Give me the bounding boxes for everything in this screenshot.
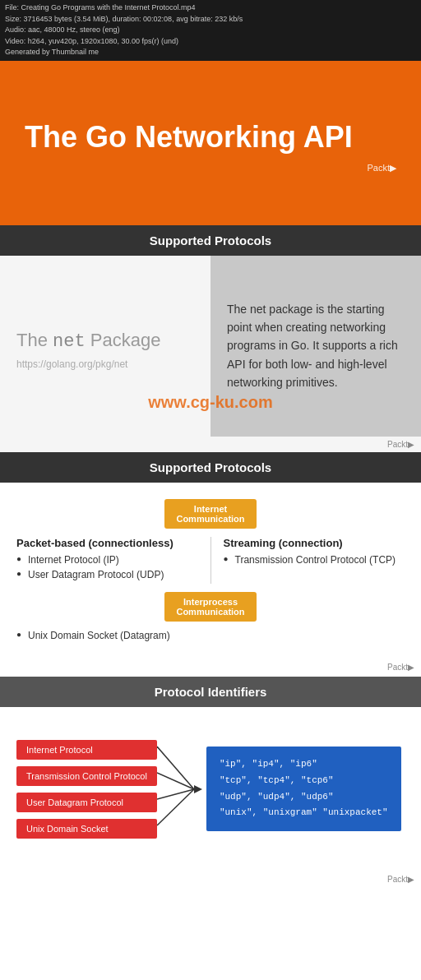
identifiers-logo: Packt▶ <box>0 871 421 890</box>
net-package-title: The net Package <box>16 330 194 352</box>
interprocess-box-container: InterprocessCommunication <box>16 592 405 622</box>
netpackage-logo: Packt▶ <box>0 437 421 452</box>
svg-line-1 <box>157 773 194 789</box>
code-line-1: "ip", "ip4", "ip6" <box>220 756 388 773</box>
proto-label-udp: User Datagram Protocol <box>16 793 157 812</box>
net-title-plain: The <box>16 330 48 350</box>
net-package-url: https://golang.org/pkg/net <box>16 358 194 370</box>
net-title-suffix: Package <box>90 330 161 350</box>
list-item-udp: User Datagram Protocol (UDP) <box>16 569 198 580</box>
list-item-unix: Unix Domain Socket (Datagram) <box>16 630 405 641</box>
net-package-slide: The net Package https://golang.org/pkg/n… <box>0 256 421 437</box>
list-item-tcp: Transmission Control Protocol (TCP) <box>224 554 405 566</box>
protocols-logo: Packt▶ <box>0 661 421 677</box>
net-title-code: net <box>53 331 86 352</box>
bottom-list: Unix Domain Socket (Datagram) <box>16 630 405 641</box>
svg-line-0 <box>157 747 194 789</box>
proto-label-unix: Unix Domain Socket <box>16 819 157 839</box>
col-left-list: Internet Protocol (IP) User Datagram Pro… <box>16 554 198 580</box>
section2-header: Supported Protocols <box>0 452 421 483</box>
proto-code-box: "ip", "ip4", "ip6" "tcp", "tcp4", "tcp6"… <box>206 747 401 831</box>
proto-id-slide: Internet Protocol Transmission Control P… <box>0 707 421 871</box>
watermark: www.cg-ku.com <box>148 393 273 412</box>
code-line-3: "udp", "udp4", "udp6" <box>220 789 388 806</box>
code-line-4: "unix", "unixgram" "unixpacket" <box>220 805 388 821</box>
proto-label-tcp: Transmission Control Protocol <box>16 766 157 786</box>
internet-box-container: InternetCommunication <box>16 499 405 529</box>
svg-marker-4 <box>194 785 202 793</box>
list-item-ip: Internet Protocol (IP) <box>16 554 198 566</box>
proto-label-ip: Internet Protocol <box>16 740 157 760</box>
arrow-lines <box>157 732 206 847</box>
interprocess-communication-box: InterprocessCommunication <box>164 592 256 622</box>
proto-diagram: Internet Protocol Transmission Control P… <box>16 732 405 847</box>
internet-communication-box: InternetCommunication <box>164 499 256 529</box>
file-info-bar: File: Creating Go Programs with the Inte… <box>0 0 421 61</box>
hero-title: The Go Networking API <box>25 120 396 155</box>
col-left-title: Packet-based (connectionless) <box>16 537 198 549</box>
interprocess-box-label: InterprocessCommunication <box>176 597 244 617</box>
code-line-2: "tcp", "tcp4", "tcp6" <box>220 773 388 789</box>
protocols-two-col: Packet-based (connectionless) Internet P… <box>16 537 405 584</box>
hero-logo: Packt▶ <box>25 163 396 173</box>
col-right-list: Transmission Control Protocol (TCP) <box>224 554 405 566</box>
col-divider <box>210 537 211 584</box>
file-info-line5: Generated by Thumbnail me <box>5 47 416 58</box>
net-package-description: The net package is the starting point wh… <box>227 300 405 392</box>
proto-label-list: Internet Protocol Transmission Control P… <box>16 740 157 839</box>
file-info-line3: Audio: aac, 48000 Hz, stereo (eng) <box>5 25 416 36</box>
col-right-title: Streaming (connection) <box>224 537 405 549</box>
col-packet-based: Packet-based (connectionless) Internet P… <box>16 537 206 584</box>
col-streaming: Streaming (connection) Transmission Cont… <box>215 537 405 584</box>
file-info-line4: Video: h264, yuv420p, 1920x1080, 30.00 f… <box>5 36 416 48</box>
hero-section: The Go Networking API Packt▶ <box>0 61 421 225</box>
file-info-line2: Size: 3716453 bytes (3.54 MiB), duration… <box>5 14 416 25</box>
internet-box-label: InternetCommunication <box>176 504 244 524</box>
protocols-slide: InternetCommunication Packet-based (conn… <box>0 483 421 661</box>
file-info-line1: File: Creating Go Programs with the Inte… <box>5 2 416 14</box>
section1-header: Supported Protocols <box>0 225 421 256</box>
section3-header: Protocol Identifiers <box>0 677 421 707</box>
